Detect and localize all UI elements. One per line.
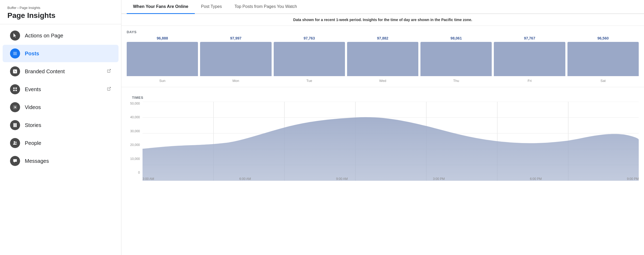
- day-label: Fri: [528, 79, 532, 83]
- days-title: DAYS: [121, 26, 644, 36]
- page-title: Page Insights: [7, 11, 114, 20]
- svg-point-16: [16, 142, 17, 143]
- y-axis-label: 20,000: [127, 143, 140, 147]
- sidebar-item-label: Branded Content: [25, 68, 65, 75]
- area-chart-svg: [143, 102, 639, 181]
- times-title: TIMES: [127, 91, 639, 102]
- svg-rect-6: [13, 87, 15, 89]
- chat-icon: [10, 156, 20, 166]
- day-bar-rect: [274, 42, 345, 76]
- day-value: 98,061: [451, 36, 462, 40]
- x-axis-label: 3:00 PM: [433, 177, 445, 181]
- svg-rect-14: [15, 123, 17, 127]
- times-chart-wrapper: 50,00040,00030,00020,00010,0000: [127, 102, 639, 181]
- day-bar-rect: [567, 42, 639, 76]
- area-chart-container: [143, 102, 639, 181]
- sidebar-item-label: Events: [25, 86, 41, 92]
- day-label: Thu: [453, 79, 459, 83]
- day-label: Mon: [233, 79, 239, 83]
- day-bar-tue: 97,763Tue: [274, 36, 345, 83]
- sidebar-item-actions-on-page[interactable]: Actions on Page: [3, 27, 119, 44]
- svg-line-10: [109, 87, 111, 89]
- sidebar-item-label: Posts: [25, 51, 39, 57]
- sidebar-nav: Actions on PagePostsBranded ContentEvent…: [0, 24, 121, 255]
- svg-line-5: [109, 69, 111, 71]
- sidebar-item-branded-content[interactable]: Branded Content: [3, 63, 119, 80]
- sidebar-header: Buffer › Page Insights Page Insights: [0, 0, 121, 24]
- sidebar-item-label: Messages: [25, 158, 49, 164]
- x-axis-label: 6:00 PM: [530, 177, 542, 181]
- svg-rect-7: [16, 87, 17, 89]
- sidebar-item-events[interactable]: Events: [3, 81, 119, 98]
- day-bar-rect: [347, 42, 418, 76]
- day-bar-sat: 96,560Sat: [567, 36, 639, 83]
- y-axis: 50,00040,00030,00020,00010,0000: [127, 102, 140, 181]
- day-value: 97,763: [304, 36, 315, 40]
- x-axis-labels: 3:00 AM6:00 AM9:00 AM3:00 PM6:00 PM9:00 …: [143, 177, 639, 181]
- times-section: TIMES 50,00040,00030,00020,00010,0000: [121, 87, 644, 185]
- x-axis-label: 3:00 AM: [143, 177, 154, 181]
- grid-icon: [10, 84, 20, 94]
- day-value: 97,997: [230, 36, 242, 40]
- day-value: 96,560: [597, 36, 609, 40]
- day-bar-rect: [127, 42, 198, 76]
- tag-icon: [10, 66, 20, 76]
- day-bar-rect: [494, 42, 565, 76]
- day-label: Sun: [159, 79, 165, 83]
- day-bar-sun: 96,888Sun: [127, 36, 198, 83]
- svg-rect-9: [16, 90, 17, 91]
- sidebar-item-label: People: [25, 140, 41, 146]
- day-value: 97,767: [524, 36, 535, 40]
- sidebar-item-people[interactable]: People: [3, 134, 119, 152]
- sidebar-item-label: Stories: [25, 122, 41, 128]
- sidebar: Buffer › Page Insights Page Insights Act…: [0, 0, 121, 255]
- content-card: When Your Fans Are OnlinePost TypesTop P…: [121, 0, 644, 255]
- days-chart: 96,888Sun97,997Mon97,763Tue97,882Wed98,0…: [121, 36, 644, 87]
- tab-when-fans-online[interactable]: When Your Fans Are Online: [127, 0, 195, 14]
- svg-rect-8: [13, 90, 15, 91]
- chart-area: Data shown for a recent 1-week period. I…: [121, 14, 644, 255]
- y-axis-label: 40,000: [127, 115, 140, 119]
- sidebar-item-posts[interactable]: Posts: [3, 45, 119, 62]
- breadcrumb: Buffer › Page Insights: [7, 6, 114, 10]
- day-label: Wed: [379, 79, 386, 83]
- x-axis-label: 9:00 AM: [336, 177, 348, 181]
- svg-point-15: [14, 141, 15, 143]
- people-icon: [10, 138, 20, 148]
- y-axis-label: 10,000: [127, 157, 140, 161]
- y-axis-label: 50,000: [127, 102, 140, 105]
- sidebar-item-stories[interactable]: Stories: [3, 116, 119, 134]
- list-icon: [10, 48, 20, 58]
- y-axis-label: 0: [127, 171, 140, 174]
- svg-rect-0: [13, 52, 17, 53]
- sidebar-item-videos[interactable]: Videos: [3, 99, 119, 116]
- days-section: DAYS 96,888Sun97,997Mon97,763Tue97,882We…: [121, 26, 644, 87]
- tab-post-types[interactable]: Post Types: [195, 0, 228, 14]
- cursor-icon: [10, 31, 20, 41]
- external-link-icon: [107, 69, 111, 74]
- day-value: 96,888: [157, 36, 168, 40]
- day-bar-rect: [420, 42, 492, 76]
- main-content: When Your Fans Are OnlinePost TypesTop P…: [121, 0, 644, 255]
- tabs-bar: When Your Fans Are OnlinePost TypesTop P…: [121, 0, 644, 14]
- tab-top-posts[interactable]: Top Posts from Pages You Watch: [228, 0, 303, 14]
- day-bar-fri: 97,767Fri: [494, 36, 565, 83]
- day-value: 97,882: [377, 36, 389, 40]
- info-bar: Data shown for a recent 1-week period. I…: [121, 14, 644, 26]
- sidebar-item-label: Actions on Page: [25, 33, 63, 39]
- day-bar-mon: 97,997Mon: [200, 36, 271, 83]
- sidebar-item-label: Videos: [25, 104, 41, 110]
- day-label: Tue: [306, 79, 312, 83]
- y-axis-label: 30,000: [127, 129, 140, 133]
- x-axis-label: 6:00 AM: [239, 177, 251, 181]
- svg-rect-13: [13, 123, 15, 127]
- external-link-icon: [107, 87, 111, 92]
- svg-rect-1: [13, 53, 17, 54]
- svg-rect-2: [13, 55, 17, 55]
- day-label: Sat: [600, 79, 606, 83]
- day-bar-thu: 98,061Thu: [420, 36, 492, 83]
- x-axis-label: 9:00 PM: [627, 177, 639, 181]
- play-icon: [10, 102, 20, 112]
- sidebar-item-messages[interactable]: Messages: [3, 152, 119, 170]
- day-bar-rect: [200, 42, 271, 76]
